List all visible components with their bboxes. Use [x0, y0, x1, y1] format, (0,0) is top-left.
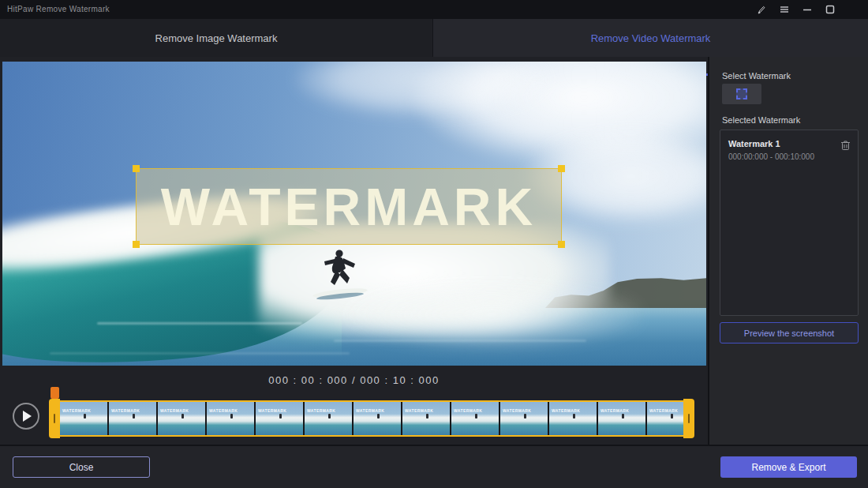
thumbnail-watermark-text: WATERMARK [649, 408, 678, 413]
water-ripple [50, 352, 350, 355]
thumbnail-surfer [84, 414, 86, 419]
delete-watermark-icon[interactable] [840, 140, 851, 154]
handle-grip [688, 414, 690, 423]
handle-grip [54, 414, 55, 423]
water-ripple [97, 322, 302, 325]
whitewater-spray [342, 281, 642, 348]
timeline-thumbnail[interactable]: WATERMARK [60, 402, 107, 435]
play-button[interactable] [13, 403, 39, 430]
app-window: HitPaw Remove Watermark Remove Image Wat… [0, 0, 868, 488]
thumbnail-watermark-text: WATERMARK [356, 408, 384, 413]
watermark-text: WATERMARK [161, 177, 537, 237]
feedback-pencil-icon[interactable] [756, 5, 766, 15]
marquee-select-icon [736, 88, 747, 99]
thumbnail-watermark-text: WATERMARK [209, 408, 238, 413]
thumbnail-surfer [377, 414, 380, 419]
bottom-bar: Close Remove & Export [0, 445, 868, 488]
watermark-list-item[interactable]: Watermark 1 000:00:000 - 000:10:000 [720, 130, 858, 170]
tab-label: Remove Image Watermark [155, 32, 278, 44]
thumbnail-surfer [671, 414, 673, 419]
timeline-thumbnail[interactable]: WATERMARK [451, 402, 499, 435]
timeline-thumbnail[interactable]: WATERMARK [549, 402, 597, 435]
timeline-thumbnail[interactable]: WATERMARK [305, 402, 352, 435]
thumbnail-surfer [133, 414, 135, 419]
thumbnail-watermark-text: WATERMARK [552, 408, 580, 413]
timeline-thumbnail[interactable]: WATERMARK [207, 402, 254, 435]
trim-handle-left[interactable] [49, 399, 60, 438]
watermark-item-name: Watermark 1 [728, 139, 850, 148]
select-watermark-label: Select Watermark [722, 71, 791, 81]
thumbnail-watermark-text: WATERMARK [503, 408, 531, 413]
surfer-silhouette [309, 248, 375, 303]
play-icon [23, 411, 32, 422]
menu-icon[interactable] [779, 5, 789, 15]
water-ripple [334, 340, 586, 342]
right-panel: Select Watermark Selected Watermark Wate… [708, 57, 868, 445]
timeline-thumbnail[interactable]: WATERMARK [354, 402, 401, 435]
app-title: HitPaw Remove Watermark [7, 0, 110, 19]
trim-handle-right[interactable] [683, 399, 694, 438]
tab-bar: Remove Image Watermark Remove Video Wate… [0, 19, 868, 57]
thumbnail-watermark-text: WATERMARK [160, 408, 189, 413]
minimize-icon[interactable] [802, 5, 812, 15]
resize-handle-bottom-right[interactable] [558, 241, 565, 248]
watermark-selection-box[interactable]: WATERMARK [136, 168, 562, 245]
thumbnail-watermark-text: WATERMARK [258, 408, 286, 413]
timeline-thumbnail[interactable]: WATERMARK [402, 402, 450, 435]
selected-watermark-list: Watermark 1 000:00:000 - 000:10:000 [720, 130, 859, 316]
timeline-thumbnail[interactable]: WATERMARK [109, 402, 156, 435]
tab-remove-image-watermark[interactable]: Remove Image Watermark [0, 19, 432, 57]
selected-watermark-label: Selected Watermark [722, 115, 800, 125]
watermark-item-time-range: 000:00:000 - 000:10:000 [728, 152, 850, 161]
thumbnail-surfer [622, 414, 624, 419]
video-preview[interactable]: WATERMARK [2, 62, 706, 366]
timeline-strip[interactable]: WATERMARKWATERMARKWATERMARKWATERMARKWATE… [49, 399, 694, 438]
timeline-thumbnail[interactable]: WATERMARK [647, 402, 683, 435]
timecode-display: 000 : 00 : 000 / 000 : 10 : 000 [0, 374, 708, 386]
playhead-marker[interactable] [51, 387, 59, 399]
timeline-thumbnail[interactable]: WATERMARK [158, 402, 205, 435]
thumbnail-surfer [181, 414, 184, 419]
timeline-thumbnail[interactable]: WATERMARK [598, 402, 645, 435]
timeline-thumbnails: WATERMARKWATERMARKWATERMARKWATERMARKWATE… [60, 400, 683, 437]
thumbnail-watermark-text: WATERMARK [307, 408, 335, 413]
tab-label: Remove Video Watermark [591, 32, 711, 44]
tab-remove-video-watermark[interactable]: Remove Video Watermark [432, 19, 868, 57]
thumbnail-surfer [573, 414, 575, 419]
thumbnail-surfer [524, 414, 526, 419]
thumbnail-watermark-text: WATERMARK [600, 408, 629, 413]
close-button[interactable]: Close [13, 456, 150, 478]
thumbnail-watermark-text: WATERMARK [405, 408, 433, 413]
resize-handle-top-right[interactable] [558, 165, 565, 172]
thumbnail-watermark-text: WATERMARK [111, 408, 140, 413]
window-controls [756, 0, 835, 19]
titlebar: HitPaw Remove Watermark [0, 0, 868, 19]
resize-handle-bottom-left[interactable] [133, 241, 140, 248]
thumbnail-surfer [328, 414, 331, 419]
maximize-icon[interactable] [825, 5, 835, 15]
remove-export-button[interactable]: Remove & Export [720, 456, 857, 478]
thumbnail-surfer [279, 414, 282, 419]
timeline-thumbnail[interactable]: WATERMARK [500, 402, 548, 435]
thumbnail-watermark-text: WATERMARK [454, 408, 482, 413]
thumbnail-watermark-text: WATERMARK [62, 408, 91, 413]
timeline-thumbnail[interactable]: WATERMARK [256, 402, 303, 435]
resize-handle-top-left[interactable] [133, 165, 140, 172]
select-watermark-tool-button[interactable] [722, 84, 761, 104]
thumbnail-surfer [230, 414, 233, 419]
thumbnail-surfer [426, 414, 428, 419]
thumbnail-surfer [475, 414, 477, 419]
preview-screenshot-button[interactable]: Preview the screenshot [720, 322, 859, 343]
